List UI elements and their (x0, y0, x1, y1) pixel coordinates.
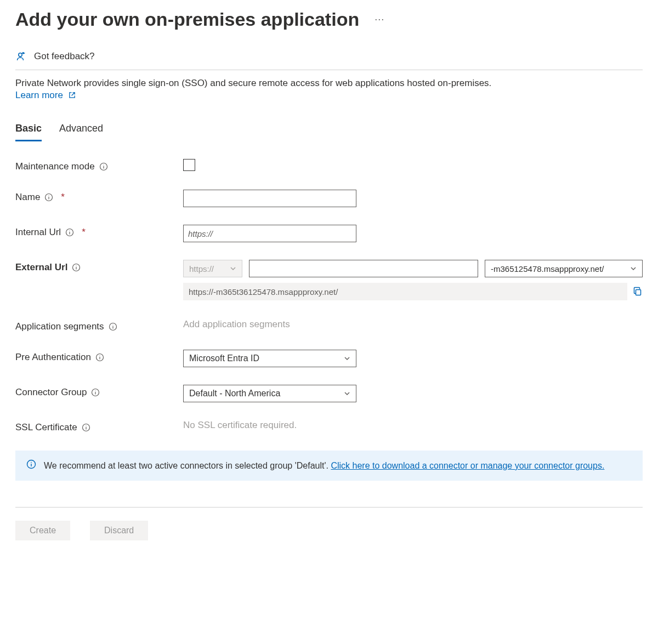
external-url-label: External Url (15, 262, 67, 273)
svg-point-2 (103, 164, 104, 165)
svg-point-15 (95, 390, 96, 391)
internal-url-input[interactable] (183, 225, 356, 242)
info-icon[interactable] (82, 423, 90, 432)
internal-url-label: Internal Url (15, 227, 61, 238)
required-indicator: * (61, 192, 65, 203)
external-url-readonly: https://-m365t36125478.msappproxy.net/ (183, 283, 627, 300)
svg-point-6 (70, 230, 70, 231)
intro-text: Private Network provides single sign-on … (15, 78, 643, 89)
info-icon[interactable] (99, 162, 108, 171)
tab-advanced[interactable]: Advanced (59, 123, 103, 141)
svg-point-19 (31, 462, 32, 463)
pre-auth-dropdown[interactable]: Microsoft Entra ID (183, 350, 356, 367)
discard-button[interactable]: Discard (90, 521, 148, 540)
chevron-down-icon (230, 265, 236, 272)
feedback-label: Got feedback? (34, 51, 95, 62)
info-icon[interactable] (91, 388, 100, 397)
more-actions-button[interactable]: ··· (375, 14, 384, 25)
learn-more-link[interactable]: Learn more (15, 90, 76, 100)
external-url-host-input[interactable] (249, 260, 478, 277)
chevron-down-icon (344, 390, 350, 397)
info-icon[interactable] (109, 322, 117, 331)
infobox-link[interactable]: Click here to download a connector or ma… (331, 461, 604, 470)
info-icon[interactable] (72, 263, 81, 272)
external-url-suffix-dropdown[interactable]: -m365125478.msappproxy.net/ (485, 260, 643, 277)
feedback-button[interactable]: Got feedback? (15, 50, 643, 70)
maintenance-mode-checkbox[interactable] (183, 159, 195, 171)
svg-rect-9 (636, 290, 641, 295)
connector-info-box: We recommend at least two active connect… (15, 451, 643, 481)
svg-point-11 (112, 324, 113, 325)
name-input[interactable] (183, 190, 356, 207)
add-app-segments-link[interactable]: Add application segments (183, 319, 290, 329)
connector-group-label: Connector Group (15, 387, 87, 398)
chevron-down-icon (630, 265, 637, 272)
app-segments-label: Application segments (15, 321, 104, 332)
feedback-icon (15, 50, 29, 63)
tab-basic[interactable]: Basic (15, 123, 42, 141)
info-icon[interactable] (95, 353, 104, 362)
svg-point-17 (86, 425, 86, 426)
svg-point-8 (76, 265, 77, 266)
external-link-icon (68, 91, 76, 99)
page-title: Add your own on-premises application (15, 9, 359, 30)
svg-point-0 (19, 53, 22, 56)
required-indicator: * (82, 227, 86, 238)
ssl-value: No SSL certificate required. (183, 420, 297, 430)
maintenance-mode-label: Maintenance mode (15, 161, 95, 172)
pre-auth-label: Pre Authentication (15, 352, 91, 363)
ssl-label: SSL Certificate (15, 422, 77, 433)
info-icon[interactable] (44, 193, 53, 202)
create-button[interactable]: Create (15, 521, 70, 540)
copy-icon[interactable] (633, 287, 643, 297)
svg-point-13 (99, 355, 100, 356)
name-label: Name (15, 192, 40, 203)
svg-point-4 (49, 195, 49, 196)
footer-divider (15, 507, 643, 508)
info-icon[interactable] (65, 228, 74, 237)
connector-group-dropdown[interactable]: Default - North America (183, 385, 356, 402)
external-url-scheme-dropdown[interactable]: https:// (183, 260, 242, 277)
info-icon (26, 459, 36, 469)
infobox-text: We recommend at least two active connect… (44, 461, 331, 470)
chevron-down-icon (344, 355, 350, 362)
